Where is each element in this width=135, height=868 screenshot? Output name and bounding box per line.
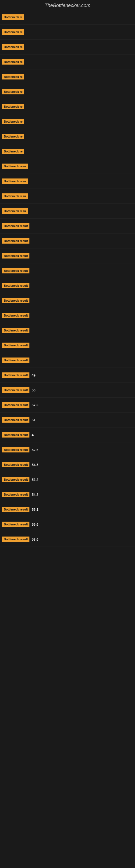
- table-row: Bottleneck result: [0, 234, 135, 248]
- table-row: Bottleneck result54.8: [0, 487, 135, 502]
- table-row: Bottleneck resu: [0, 189, 135, 204]
- bottleneck-label: Bottleneck result: [2, 298, 30, 303]
- bottleneck-value: 49: [32, 373, 35, 377]
- bottleneck-label: Bottleneck result: [2, 388, 30, 393]
- bottleneck-value: 54.5: [32, 463, 38, 467]
- rows-container: Bottleneck reBottleneck reBottleneck reB…: [0, 10, 135, 552]
- bottleneck-label: Bottleneck result: [2, 268, 30, 273]
- table-row: Bottleneck result52.8: [0, 398, 135, 412]
- bottleneck-label: Bottleneck result: [2, 492, 30, 497]
- bottleneck-label: Bottleneck re: [2, 59, 24, 65]
- bottleneck-value: 4: [32, 433, 34, 437]
- table-row: Bottleneck result: [0, 293, 135, 308]
- bottleneck-label: Bottleneck result: [2, 522, 30, 527]
- bottleneck-label: Bottleneck result: [2, 253, 30, 258]
- bottleneck-value: 52.8: [32, 403, 38, 407]
- bottleneck-label: Bottleneck resu: [2, 208, 28, 214]
- table-row: Bottleneck re: [0, 40, 135, 55]
- table-row: Bottleneck re: [0, 84, 135, 99]
- bottleneck-label: Bottleneck resu: [2, 193, 28, 199]
- bottleneck-label: Bottleneck result: [2, 238, 30, 244]
- bottleneck-label: Bottleneck re: [2, 149, 24, 154]
- table-row: Bottleneck result: [0, 308, 135, 323]
- bottleneck-label: Bottleneck result: [2, 372, 30, 378]
- bottleneck-label: Bottleneck re: [2, 89, 24, 94]
- table-row: Bottleneck resu: [0, 204, 135, 219]
- bottleneck-value: 55.1: [32, 507, 38, 512]
- bottleneck-label: Bottleneck resu: [2, 163, 28, 169]
- table-row: Bottleneck re: [0, 114, 135, 129]
- table-row: Bottleneck result4: [0, 428, 135, 442]
- table-row: Bottleneck resu: [0, 174, 135, 189]
- bottleneck-label: Bottleneck result: [2, 536, 30, 542]
- table-row: Bottleneck re: [0, 99, 135, 114]
- bottleneck-label: Bottleneck result: [2, 313, 30, 318]
- header: TheBottlenecker.com: [0, 0, 135, 10]
- site-title: TheBottlenecker.com: [0, 0, 135, 10]
- table-row: Bottleneck result53.6: [0, 532, 135, 547]
- bottleneck-label: Bottleneck result: [2, 343, 30, 348]
- bottleneck-label: Bottleneck re: [2, 29, 24, 35]
- bottleneck-label: Bottleneck result: [2, 328, 30, 333]
- table-row: Bottleneck result51.: [0, 412, 135, 428]
- bottleneck-label: Bottleneck re: [2, 134, 24, 139]
- table-row: Bottleneck result54.5: [0, 457, 135, 472]
- bottleneck-label: Bottleneck result: [2, 417, 30, 423]
- bottleneck-value: 52.6: [32, 448, 38, 452]
- bottleneck-value: 53.6: [32, 537, 38, 541]
- table-row: Bottleneck result53.8: [0, 472, 135, 487]
- table-row: Bottleneck re: [0, 129, 135, 144]
- bottleneck-label: Bottleneck result: [2, 223, 30, 229]
- bottleneck-label: Bottleneck result: [2, 432, 30, 437]
- bottleneck-label: Bottleneck result: [2, 462, 30, 467]
- bottleneck-label: Bottleneck result: [2, 447, 30, 453]
- table-row: Bottleneck re: [0, 10, 135, 25]
- table-row: Bottleneck result: [0, 338, 135, 353]
- bottleneck-value: 54.8: [32, 493, 38, 497]
- table-row: Bottleneck result: [0, 248, 135, 264]
- table-row: Bottleneck result: [0, 278, 135, 293]
- table-row: Bottleneck result52.6: [0, 442, 135, 457]
- bottleneck-label: Bottleneck result: [2, 402, 30, 408]
- bottleneck-label: Bottleneck result: [2, 477, 30, 482]
- table-row: Bottleneck result: [0, 219, 135, 234]
- table-row: Bottleneck result: [0, 264, 135, 278]
- bottleneck-label: Bottleneck re: [2, 14, 24, 20]
- table-row: Bottleneck result: [0, 353, 135, 368]
- table-row: Bottleneck re: [0, 69, 135, 84]
- bottleneck-label: Bottleneck re: [2, 104, 24, 109]
- table-row: Bottleneck result: [0, 323, 135, 338]
- bottleneck-label: Bottleneck result: [2, 507, 30, 512]
- table-row: Bottleneck re: [0, 55, 135, 69]
- bottleneck-label: Bottleneck result: [2, 283, 30, 288]
- bottleneck-value: 51.: [32, 418, 37, 422]
- table-row: Bottleneck re: [0, 144, 135, 159]
- bottleneck-label: Bottleneck result: [2, 358, 30, 363]
- table-row: Bottleneck result55.6: [0, 517, 135, 532]
- bottleneck-label: Bottleneck re: [2, 119, 24, 124]
- bottleneck-value: 50: [32, 388, 35, 392]
- bottleneck-label: Bottleneck re: [2, 44, 24, 50]
- bottleneck-value: 53.8: [32, 478, 38, 482]
- table-row: Bottleneck result49: [0, 368, 135, 383]
- table-row: Bottleneck re: [0, 25, 135, 40]
- table-row: Bottleneck result55.1: [0, 502, 135, 517]
- table-row: Bottleneck resu: [0, 159, 135, 174]
- bottleneck-value: 55.6: [32, 522, 38, 527]
- bottleneck-label: Bottleneck resu: [2, 179, 28, 184]
- table-row: Bottleneck result50: [0, 383, 135, 398]
- bottleneck-label: Bottleneck re: [2, 74, 24, 80]
